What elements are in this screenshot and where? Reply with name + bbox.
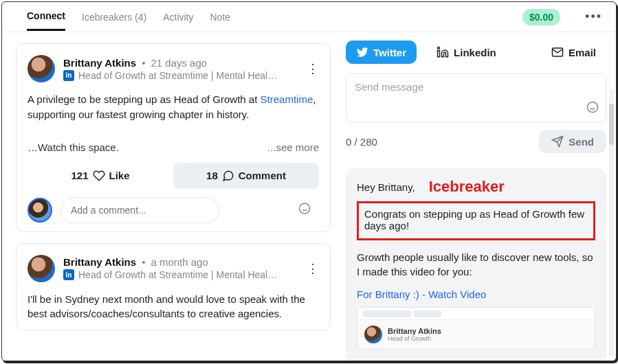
channel-label: Email xyxy=(569,47,596,58)
tab-icebreakers[interactable]: Icebreakers (4) xyxy=(82,4,146,30)
comment-label: Comment xyxy=(239,170,286,181)
svg-point-0 xyxy=(300,203,310,214)
icebreaker-annotation: Icebreaker xyxy=(429,178,505,196)
more-menu-icon[interactable]: ••• xyxy=(582,10,605,24)
like-button[interactable]: 121 Like xyxy=(27,163,173,189)
tab-note[interactable]: Note xyxy=(210,4,231,30)
author-role: Head of Growth at Streamtime | Mental He… xyxy=(78,70,277,81)
like-label: Like xyxy=(109,170,130,181)
preview-name: Brittany Atkins xyxy=(388,327,441,335)
message-body: Growth people usually like to discover n… xyxy=(357,250,595,279)
see-more-link[interactable]: ...see more xyxy=(267,141,319,153)
post-body: A privilege to be stepping up as Head of… xyxy=(27,92,319,122)
post-time: 21 days ago xyxy=(151,57,207,69)
linkedin-icon xyxy=(437,46,449,58)
balance-pill: $0.00 xyxy=(522,9,560,25)
channel-label: Linkedin xyxy=(454,47,496,58)
avatar[interactable] xyxy=(27,198,52,223)
channel-linkedin[interactable]: Linkedin xyxy=(426,41,507,64)
emoji-icon[interactable] xyxy=(298,202,311,218)
send-icon xyxy=(551,135,564,148)
separator-dot: • xyxy=(142,57,145,69)
twitter-icon xyxy=(356,46,368,58)
tab-activity[interactable]: Activity xyxy=(163,4,193,30)
post-text: …Watch this space. xyxy=(27,141,119,153)
linkedin-icon: in xyxy=(63,70,74,81)
post-text: A privilege to be stepping up as Head of… xyxy=(27,93,261,105)
avatar[interactable] xyxy=(27,55,55,82)
preview-sub: Head of Growth xyxy=(388,335,441,342)
send-button[interactable]: Send xyxy=(539,130,606,153)
post-time: a month ago xyxy=(151,256,208,268)
author-name[interactable]: Brittany Atkins xyxy=(63,57,136,69)
compose-column: Twitter Linkedin Email Send message 0 xyxy=(339,32,616,361)
like-count: 121 xyxy=(71,170,88,181)
comment-icon xyxy=(222,170,234,182)
linkedin-icon: in xyxy=(63,269,74,280)
feed-column: Brittany Atkins • 21 days ago in Head of… xyxy=(2,32,339,361)
comment-button[interactable]: 18 Comment xyxy=(173,163,319,189)
author-role: Head of Growth at Streamtime | Mental He… xyxy=(78,269,277,280)
scrollbar-thumb[interactable] xyxy=(609,104,614,145)
channel-email[interactable]: Email xyxy=(541,41,606,64)
author-name[interactable]: Brittany Atkins xyxy=(63,256,136,268)
post-card: Brittany Atkins • 21 days ago in Head of… xyxy=(16,43,331,232)
send-label: Send xyxy=(569,136,594,148)
video-preview[interactable]: Brittany Atkins Head of Growth xyxy=(357,307,595,350)
avatar xyxy=(364,326,382,343)
separator-dot: • xyxy=(142,256,145,268)
video-link[interactable]: For Brittany :) - Watch Video xyxy=(357,288,595,300)
heart-icon xyxy=(93,170,105,182)
svg-point-4 xyxy=(438,47,440,49)
emoji-icon[interactable] xyxy=(586,101,599,117)
message-greeting: Hey Brittany, xyxy=(357,181,415,193)
compose-placeholder: Send message xyxy=(355,81,597,93)
char-counter: 0 / 280 xyxy=(346,136,377,148)
post-menu-icon[interactable]: ⋮ xyxy=(307,261,319,276)
svg-rect-3 xyxy=(438,51,440,57)
channel-twitter[interactable]: Twitter xyxy=(346,41,417,64)
comment-input[interactable] xyxy=(60,197,219,223)
compose-box[interactable]: Send message xyxy=(346,73,606,123)
tab-connect[interactable]: Connect xyxy=(27,3,65,31)
post-menu-icon[interactable]: ⋮ xyxy=(307,61,319,76)
top-tabs: Connect Icebreakers (4) Activity Note $0… xyxy=(2,2,616,32)
brand-link[interactable]: Streamtime xyxy=(261,93,313,105)
svg-point-6 xyxy=(588,102,598,113)
post-body: I'll be in Sydney next month and would l… xyxy=(27,292,319,322)
comment-count: 18 xyxy=(206,170,218,181)
icebreaker-highlight: Congrats on stepping up as Head of Growt… xyxy=(357,201,595,240)
channel-label: Twitter xyxy=(373,47,406,58)
avatar[interactable] xyxy=(27,255,55,282)
post-card: Brittany Atkins • a month ago in Head of… xyxy=(16,243,331,331)
email-icon xyxy=(551,46,564,58)
message-preview: Hey Brittany, Icebreaker Congrats on ste… xyxy=(346,168,606,361)
